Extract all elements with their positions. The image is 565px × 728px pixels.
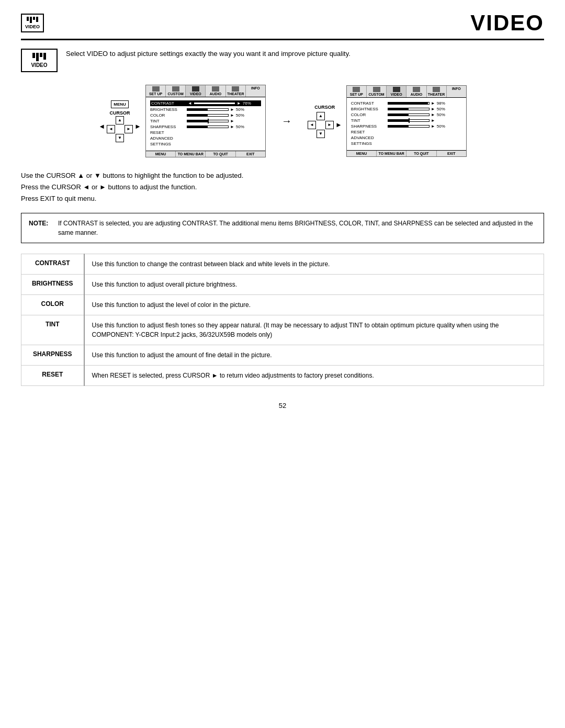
screen2-contrast-row: CONTRAST ► 98% xyxy=(351,101,462,106)
screen1-brightness-row: BRIGHTNESS ► 50% xyxy=(150,107,261,112)
screen1-footer-exit: EXIT xyxy=(236,151,265,157)
cursor-controls-right: ▲ ◄ ► ▼ xyxy=(308,112,334,138)
screen1-color-row: COLOR ► 50% xyxy=(150,113,261,118)
screen2-sharpness-row: SHARPNESS ► 50% xyxy=(351,124,462,129)
cursor-right-left[interactable]: ► xyxy=(125,125,133,133)
screen2-footer-exit: EXIT xyxy=(437,151,466,156)
intro-icon-label: VIDEO xyxy=(31,62,47,68)
cursor-label-left: CURSOR xyxy=(110,110,130,116)
function-row-contrast: CONTRAST Use this function to change the… xyxy=(21,254,544,275)
screen1-contrast-row: CONTRAST ◄ ► 76% xyxy=(150,100,261,106)
function-row-color: COLOR Use this function to adjust the le… xyxy=(21,295,544,315)
cursor-label-right: CURSOR xyxy=(314,105,335,110)
cursor-up-right[interactable]: ▲ xyxy=(317,112,325,120)
cursor-right-right[interactable]: ► xyxy=(325,121,334,129)
screen1-footer: MENU TO MENU BAR TO QUIT EXIT xyxy=(146,151,265,157)
tab-theater-1: THEATER xyxy=(226,85,246,97)
screen2-color-row: COLOR ► 50% xyxy=(351,112,462,117)
page-number: 52 xyxy=(21,402,544,410)
screen1-tint-row: TINT ► xyxy=(150,119,261,123)
tab-video-1: VIDEO xyxy=(186,85,206,97)
fn-name-sharpness: SHARPNESS xyxy=(21,345,84,366)
fn-desc-sharpness: Use this function to adjust the amount o… xyxy=(84,345,544,366)
header-icon-label: VIDEO xyxy=(25,24,40,29)
cursor-controls-left: CURSOR ▲ ◄ ► ▼ xyxy=(107,110,133,142)
screen1-tabs: SET UP CUSTOM VIDEO AUDIO THEATER xyxy=(146,85,265,97)
screen2-reset-row: RESET xyxy=(351,130,462,134)
intro-icon-box: VIDEO xyxy=(21,49,58,72)
tab-setup-2: SET UP xyxy=(347,86,367,97)
fn-name-brightness: BRIGHTNESS xyxy=(21,275,84,295)
screens-arrow: → xyxy=(281,115,292,127)
screen2-brightness-row: BRIGHTNESS ► 50% xyxy=(351,107,462,111)
intro-section: VIDEO Select VIDEO to adjust picture set… xyxy=(21,49,544,72)
intro-text: Select VIDEO to adjust picture settings … xyxy=(66,49,544,59)
screen2-footer-toquit: TO QUIT xyxy=(406,151,436,156)
screen1-settings-row: SETTINGS xyxy=(150,142,261,146)
tab-custom-2: CUSTOM xyxy=(367,86,387,97)
fn-name-contrast: CONTRAST xyxy=(21,254,84,275)
screen2-tint-row: TINT ► xyxy=(351,118,462,123)
screen2-body: CONTRAST ► 98% BRIGHTNESS ► 50% xyxy=(347,98,466,150)
screen1-footer-toquit: TO QUIT xyxy=(206,151,235,157)
fn-name-tint: TINT xyxy=(21,315,84,345)
cursor-left-right[interactable]: ◄ xyxy=(308,121,316,129)
header-video-icon: VIDEO xyxy=(21,14,44,32)
function-row-tint: TINT Use this function to adjust flesh t… xyxy=(21,315,544,345)
cursor-left-left[interactable]: ◄ xyxy=(107,125,115,133)
fn-desc-color: Use this function to adjust the level of… xyxy=(84,295,544,315)
note-text: If CONTRAST is selected, you are adjusti… xyxy=(58,219,536,237)
screen1-footer-tomenubar: TO MENU BAR xyxy=(176,151,206,157)
fn-name-color: COLOR xyxy=(21,295,84,315)
screen2-footer-menu: MENU xyxy=(347,151,377,156)
menu-button-left[interactable]: MENU xyxy=(111,100,129,108)
screen1: SET UP CUSTOM VIDEO AUDIO THEATER xyxy=(145,85,266,157)
screen2-group: CURSOR ▲ ◄ ► ▼ ► xyxy=(308,85,467,157)
cursor-up-left[interactable]: ▲ xyxy=(116,116,124,124)
instructions: Use the CURSOR ▲ or ▼ buttons to highlig… xyxy=(21,170,544,204)
note-box: NOTE: If CONTRAST is selected, you are a… xyxy=(21,213,544,243)
fn-desc-reset: When RESET is selected, press CURSOR ► t… xyxy=(84,366,544,386)
screen2-settings-row: SETTINGS xyxy=(351,141,462,146)
screen2: SET UP CUSTOM VIDEO AUDIO THEATER xyxy=(346,85,467,157)
note-label: NOTE: xyxy=(29,219,52,237)
instruction-1: Use the CURSOR ▲ or ▼ buttons to highlig… xyxy=(21,170,544,181)
screen1-sharpness-row: SHARPNESS ► 50% xyxy=(150,124,261,129)
screen2-tabs: SET UP CUSTOM VIDEO AUDIO THEATER xyxy=(347,86,466,98)
function-row-brightness: BRIGHTNESS Use this function to adjust o… xyxy=(21,275,544,295)
fn-desc-tint: Use this function to adjust flesh tones … xyxy=(84,315,544,345)
screen1-advanced-row: ADVANCED xyxy=(150,136,261,141)
cursor-down-left[interactable]: ▼ xyxy=(116,134,124,142)
function-row-sharpness: SHARPNESS Use this function to adjust th… xyxy=(21,345,544,366)
cursor-down-right[interactable]: ▼ xyxy=(317,130,325,138)
fn-desc-contrast: Use this function to change the contrast… xyxy=(84,254,544,275)
screens-section: MENU ◄ CURSOR ▲ ◄ ► ▼ xyxy=(21,85,544,157)
tab-setup-1: SET UP xyxy=(146,85,166,97)
screen1-reset-row: RESET xyxy=(150,130,261,135)
screen1-footer-menu: MENU xyxy=(146,151,176,157)
instruction-2: Press the CURSOR ◄ or ► buttons to adjus… xyxy=(21,181,544,193)
function-table: CONTRAST Use this function to change the… xyxy=(21,254,544,386)
function-row-reset: RESET When RESET is selected, press CURS… xyxy=(21,366,544,386)
page-title: VIDEO xyxy=(470,10,544,36)
screen1-group: MENU ◄ CURSOR ▲ ◄ ► ▼ xyxy=(98,85,266,157)
tab-info-2: INFO xyxy=(447,86,466,97)
screen2-footer: MENU TO MENU BAR TO QUIT EXIT xyxy=(347,150,466,156)
tab-audio-2: AUDIO xyxy=(406,86,426,97)
tab-custom-1: CUSTOM xyxy=(166,85,186,97)
tab-audio-1: AUDIO xyxy=(206,85,225,97)
header: VIDEO VIDEO xyxy=(21,10,544,40)
fn-name-reset: RESET xyxy=(21,366,84,386)
instruction-3: Press EXIT to quit menu. xyxy=(21,193,544,204)
screen1-body: CONTRAST ◄ ► 76% BRIGHTNESS ► 50% xyxy=(146,97,265,151)
fn-desc-brightness: Use this function to adjust overall pict… xyxy=(84,275,544,295)
screen2-advanced-row: ADVANCED xyxy=(351,135,462,140)
tab-theater-2: THEATER xyxy=(427,86,447,97)
tab-info-1: INFO xyxy=(246,85,265,97)
screen2-footer-tomenubar: TO MENU BAR xyxy=(377,151,406,156)
tab-video-2: VIDEO xyxy=(387,86,406,97)
